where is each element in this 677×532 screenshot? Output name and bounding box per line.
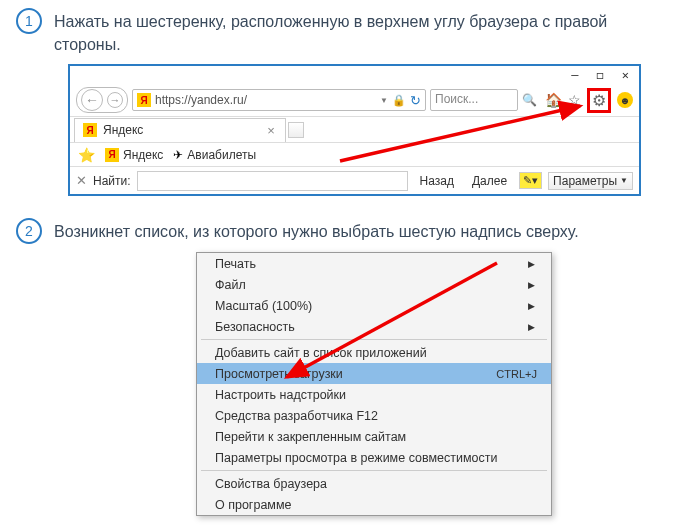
maximize-button[interactable]: ◻: [597, 68, 604, 82]
tab-close-button[interactable]: ×: [265, 123, 277, 138]
find-params-label: Параметры: [553, 174, 617, 188]
address-bar[interactable]: Я https://yandex.ru/ ▼ 🔒 ↻: [132, 89, 426, 111]
tab-logo-icon: Я: [83, 123, 97, 137]
step-number-2: 2: [16, 218, 42, 244]
browser-window: — ◻ ✕ ← → Я https://yandex.ru/ ▼ 🔒 ↻ Пои…: [68, 64, 641, 196]
menu-security[interactable]: Безопасность▶: [197, 316, 551, 337]
chevron-right-icon: ▶: [528, 322, 537, 332]
tab-title: Яндекс: [103, 123, 143, 137]
bookmark-yandex[interactable]: Я Яндекс: [105, 148, 163, 162]
menu-pinned[interactable]: Перейти к закрепленным сайтам: [197, 426, 551, 447]
refresh-button[interactable]: ↻: [410, 93, 421, 108]
tab-yandex[interactable]: Я Яндекс ×: [74, 118, 286, 142]
menu-separator: [201, 470, 547, 471]
smiley-icon[interactable]: ☻: [617, 92, 633, 108]
settings-menu: Печать▶ Файл▶ Масштаб (100%)▶ Безопаснос…: [196, 252, 552, 516]
menu-view-downloads[interactable]: Просмотреть загрузкиCTRL+J: [197, 363, 551, 384]
lock-icon: 🔒: [392, 94, 406, 107]
menu-compat[interactable]: Параметры просмотра в режиме совместимос…: [197, 447, 551, 468]
back-button[interactable]: ←: [81, 89, 103, 111]
url-text: https://yandex.ru/: [155, 93, 376, 107]
menu-browser-props[interactable]: Свойства браузера: [197, 473, 551, 494]
plane-icon: ✈: [173, 148, 183, 162]
new-tab-button[interactable]: [288, 122, 304, 138]
find-next-button[interactable]: Далее: [466, 173, 513, 189]
menu-add-site[interactable]: Добавить сайт в список приложений: [197, 342, 551, 363]
tab-strip: Я Яндекс ×: [70, 116, 639, 142]
find-params-button[interactable]: Параметры ▼: [548, 172, 633, 190]
find-bar: ✕ Найти: Назад Далее ✎▾ Параметры ▼: [70, 166, 639, 194]
menu-zoom[interactable]: Масштаб (100%)▶: [197, 295, 551, 316]
bookmark-avia[interactable]: ✈ Авиабилеты: [173, 148, 256, 162]
search-box[interactable]: Поиск...: [430, 89, 518, 111]
menu-devtools[interactable]: Средства разработчика F12: [197, 405, 551, 426]
menu-shortcut: CTRL+J: [496, 368, 537, 380]
toolbar-icons: 🏠 ☆ ⚙ ☻: [541, 88, 633, 113]
instruction-text-2: Возникнет список, из которого нужно выбр…: [54, 218, 579, 243]
instruction-text-1: Нажать на шестеренку, расположенную в ве…: [54, 8, 661, 56]
instruction-2: 2 Возникнет список, из которого нужно вы…: [0, 210, 677, 246]
bookmark-logo-icon: Я: [105, 148, 119, 162]
bookmarks-bar: ⭐ Я Яндекс ✈ Авиабилеты: [70, 142, 639, 166]
find-close-icon[interactable]: ✕: [76, 173, 87, 188]
find-input[interactable]: [137, 171, 408, 191]
forward-button[interactable]: →: [107, 92, 123, 108]
menu-print[interactable]: Печать▶: [197, 253, 551, 274]
url-dropdown-icon[interactable]: ▼: [380, 96, 388, 105]
minimize-button[interactable]: —: [571, 68, 578, 82]
menu-separator: [201, 339, 547, 340]
gear-icon[interactable]: ⚙: [592, 91, 606, 110]
bookmark-label-1: Яндекс: [123, 148, 163, 162]
bookmark-label-2: Авиабилеты: [187, 148, 256, 162]
instruction-1: 1 Нажать на шестеренку, расположенную в …: [0, 0, 677, 58]
menu-file[interactable]: Файл▶: [197, 274, 551, 295]
chevron-right-icon: ▶: [528, 280, 537, 290]
address-bar-row: ← → Я https://yandex.ru/ ▼ 🔒 ↻ Поиск... …: [70, 84, 639, 116]
step-number-1: 1: [16, 8, 42, 34]
home-icon[interactable]: 🏠: [545, 92, 562, 108]
site-logo-icon: Я: [137, 93, 151, 107]
chevron-right-icon: ▶: [528, 301, 537, 311]
gear-highlight: ⚙: [587, 88, 611, 113]
chevron-right-icon: ▶: [528, 259, 537, 269]
find-back-button[interactable]: Назад: [414, 173, 460, 189]
nav-buttons: ← →: [76, 87, 128, 113]
highlight-icon[interactable]: ✎▾: [519, 172, 542, 189]
window-controls: — ◻ ✕: [70, 66, 639, 84]
close-window-button[interactable]: ✕: [622, 68, 629, 82]
star-icon[interactable]: ☆: [568, 92, 581, 108]
find-label: Найти:: [93, 174, 131, 188]
favorites-star-icon[interactable]: ⭐: [78, 147, 95, 163]
search-button[interactable]: 🔍: [522, 93, 537, 107]
menu-addons[interactable]: Настроить надстройки: [197, 384, 551, 405]
menu-about[interactable]: О программе: [197, 494, 551, 515]
